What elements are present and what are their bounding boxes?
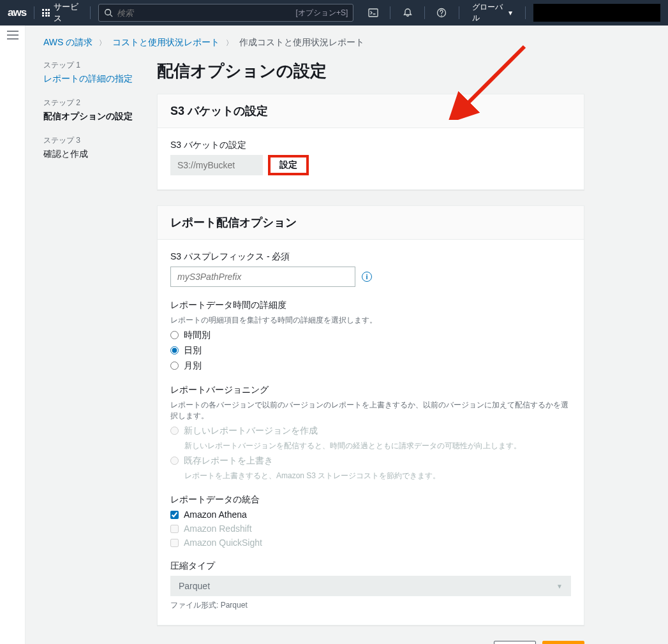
compression-select: Parquet ▼ — [170, 576, 571, 596]
search-shortcut-hint: [オプション+S] — [296, 8, 348, 18]
step-title: レポートの詳細の指定 — [43, 73, 139, 85]
aws-logo[interactable]: aws — [8, 6, 26, 19]
wizard-steps: ステップ 1 レポートの詳細の指定 ステップ 2 配信オプションの設定 ステップ… — [43, 60, 139, 644]
breadcrumb-current: 作成コストと使用状況レポート — [239, 37, 364, 47]
chevron-down-icon: ▾ — [508, 8, 512, 17]
grid-icon — [42, 9, 50, 17]
integration-redshift: Amazon Redshift — [170, 523, 571, 534]
checkbox-quicksight — [170, 539, 179, 547]
radio-daily[interactable] — [170, 346, 179, 355]
chevron-right-icon: 〉 — [226, 39, 233, 47]
divider — [34, 6, 34, 19]
region-label: グローバル — [472, 2, 506, 24]
versioning-create-desc: 新しいレポートバージョンを配信すると、時間の経過とともに請求データの可聴性が向上… — [184, 441, 571, 451]
granularity-desc: レポートの明細項目を集計する時間の詳細度を選択します。 — [170, 315, 571, 326]
radio-overwrite — [170, 457, 179, 465]
panel-header: S3 バケットの設定 — [158, 94, 584, 128]
chevron-down-icon: ▼ — [556, 583, 563, 590]
s3-prefix-input[interactable] — [170, 267, 355, 287]
next-button[interactable]: 次へ — [542, 641, 584, 644]
search-icon — [104, 8, 113, 17]
divider — [459, 6, 459, 19]
svg-rect-2 — [369, 9, 378, 17]
radio-monthly[interactable] — [170, 362, 179, 370]
step-label: ステップ 3 — [43, 135, 139, 146]
radio-label: 月別 — [184, 360, 202, 372]
granularity-daily[interactable]: 日別 — [170, 345, 571, 356]
versioning-create: 新しいレポートバージョンを作成 — [170, 425, 571, 437]
integration-athena[interactable]: Amazon Athena — [170, 509, 571, 520]
help-icon[interactable] — [433, 3, 451, 23]
divider — [525, 6, 526, 19]
region-selector[interactable]: グローバル ▾ — [467, 2, 517, 24]
breadcrumb-billing[interactable]: AWS の請求 — [43, 37, 93, 47]
account-menu[interactable] — [533, 4, 660, 22]
radio-label: 時間別 — [184, 330, 211, 341]
services-menu-button[interactable]: サービス — [42, 1, 82, 24]
page-title: 配信オプションの設定 — [157, 60, 584, 82]
delivery-options-panel: レポート配信オプション S3 パスプレフィックス - 必須 i レポートデータ時… — [157, 205, 584, 626]
versioning-desc: レポートの各バージョンで以前のバージョンのレポートを上書きするか、以前のバージョ… — [170, 400, 571, 421]
checkbox-label: Amazon Redshift — [184, 523, 252, 534]
side-panel-toggle[interactable] — [0, 26, 26, 644]
file-format: ファイル形式: Parquet — [170, 600, 571, 611]
breadcrumb-cur[interactable]: コストと使用状況レポート — [112, 37, 219, 47]
services-label: サービス — [54, 1, 82, 24]
search-input[interactable] — [117, 8, 295, 18]
checkbox-redshift — [170, 525, 179, 533]
granularity-label: レポートデータ時間の詳細度 — [170, 300, 571, 311]
versioning-overwrite: 既存レポートを上書き — [170, 455, 571, 467]
panel-title: S3 バケットの設定 — [170, 103, 571, 119]
s3-bucket-panel: S3 バケットの設定 S3 バケットの設定 設定 — [157, 94, 584, 190]
versioning-label: レポートバージョニング — [170, 384, 571, 396]
top-navigation: aws サービス [オプション+S] グローバル ▾ — [0, 0, 668, 26]
radio-label: 新しいレポートバージョンを作成 — [184, 425, 318, 437]
integration-label: レポートデータの統合 — [170, 494, 571, 506]
step-3: ステップ 3 確認と作成 — [43, 135, 139, 160]
svg-line-1 — [110, 15, 113, 17]
radio-hourly[interactable] — [170, 331, 179, 339]
checkbox-label: Amazon QuickSight — [184, 538, 262, 548]
versioning-overwrite-desc: レポートを上書きすると、Amazon S3 ストレージコストを節約できます。 — [184, 471, 571, 481]
panel-title: レポート配信オプション — [170, 215, 571, 230]
checkbox-athena[interactable] — [170, 511, 179, 519]
step-title: 配信オプションの設定 — [43, 111, 139, 122]
breadcrumb: AWS の請求 〉 コストと使用状況レポート 〉 作成コストと使用状況レポート — [43, 37, 584, 48]
step-label: ステップ 2 — [43, 98, 139, 108]
panel-header: レポート配信オプション — [158, 206, 584, 240]
info-icon[interactable]: i — [362, 272, 372, 282]
compression-value: Parquet — [179, 581, 210, 591]
divider — [390, 6, 390, 19]
prefix-label: S3 パスプレフィックス - 必須 — [170, 251, 571, 263]
search-box[interactable]: [オプション+S] — [98, 4, 353, 22]
granularity-hourly[interactable]: 時間別 — [170, 330, 571, 341]
wizard-footer: キャンセル 戻る 次へ — [157, 641, 584, 644]
divider — [90, 6, 91, 19]
checkbox-label: Amazon Athena — [184, 509, 247, 520]
configure-s3-button[interactable]: 設定 — [268, 155, 309, 175]
svg-point-0 — [105, 10, 111, 15]
step-title: 確認と作成 — [43, 149, 139, 160]
cancel-button[interactable]: キャンセル — [420, 641, 487, 644]
hamburger-icon — [7, 31, 19, 40]
radio-label: 既存レポートを上書き — [184, 455, 273, 467]
compression-label: 圧縮タイプ — [170, 560, 571, 572]
integration-quicksight: Amazon QuickSight — [170, 538, 571, 548]
notifications-icon[interactable] — [398, 3, 417, 23]
granularity-monthly[interactable]: 月別 — [170, 360, 571, 372]
step-2: ステップ 2 配信オプションの設定 — [43, 98, 139, 122]
s3-bucket-input — [170, 155, 263, 175]
radio-label: 日別 — [184, 345, 202, 356]
step-1[interactable]: ステップ 1 レポートの詳細の指定 — [43, 60, 139, 85]
s3-bucket-label: S3 バケットの設定 — [170, 140, 571, 151]
cloudshell-icon[interactable] — [364, 3, 382, 23]
back-button[interactable]: 戻る — [494, 641, 536, 644]
divider — [424, 6, 425, 19]
step-label: ステップ 1 — [43, 60, 139, 71]
radio-create-version — [170, 427, 179, 435]
chevron-right-icon: 〉 — [99, 39, 106, 47]
